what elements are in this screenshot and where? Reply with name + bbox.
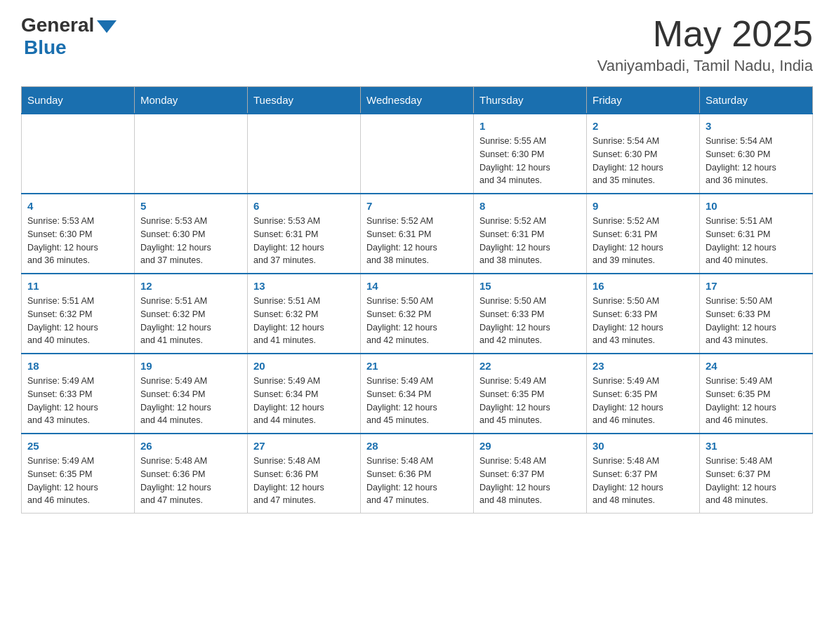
- calendar-cell: [135, 114, 248, 194]
- calendar-header-saturday: Saturday: [700, 87, 813, 114]
- day-number: 29: [479, 440, 581, 452]
- day-number: 6: [253, 200, 355, 212]
- title-section: May 2025 Vaniyambadi, Tamil Nadu, India: [597, 14, 813, 75]
- day-number: 16: [593, 280, 694, 292]
- calendar-cell: 2Sunrise: 5:54 AMSunset: 6:30 PMDaylight…: [587, 114, 700, 194]
- day-info: Sunrise: 5:51 AMSunset: 6:32 PMDaylight:…: [27, 295, 128, 347]
- day-info: Sunrise: 5:49 AMSunset: 6:34 PMDaylight:…: [253, 375, 355, 427]
- calendar-cell: 20Sunrise: 5:49 AMSunset: 6:34 PMDayligh…: [248, 354, 361, 434]
- day-info: Sunrise: 5:55 AMSunset: 6:30 PMDaylight:…: [479, 135, 581, 187]
- calendar-week-row-4: 18Sunrise: 5:49 AMSunset: 6:33 PMDayligh…: [22, 354, 813, 434]
- day-number: 30: [593, 440, 694, 452]
- day-info: Sunrise: 5:51 AMSunset: 6:31 PMDaylight:…: [706, 215, 807, 267]
- calendar-header-monday: Monday: [135, 87, 248, 114]
- day-number: 19: [140, 360, 241, 372]
- calendar-cell: 9Sunrise: 5:52 AMSunset: 6:31 PMDaylight…: [587, 194, 700, 274]
- calendar-cell: [22, 114, 135, 194]
- day-info: Sunrise: 5:48 AMSunset: 6:36 PMDaylight:…: [366, 455, 468, 507]
- calendar-cell: 5Sunrise: 5:53 AMSunset: 6:30 PMDaylight…: [135, 194, 248, 274]
- calendar-cell: 23Sunrise: 5:49 AMSunset: 6:35 PMDayligh…: [587, 354, 700, 434]
- day-number: 11: [27, 280, 128, 292]
- calendar-cell: 1Sunrise: 5:55 AMSunset: 6:30 PMDaylight…: [474, 114, 587, 194]
- day-info: Sunrise: 5:50 AMSunset: 6:33 PMDaylight:…: [593, 295, 694, 347]
- day-info: Sunrise: 5:54 AMSunset: 6:30 PMDaylight:…: [706, 135, 807, 187]
- calendar-cell: 4Sunrise: 5:53 AMSunset: 6:30 PMDaylight…: [22, 194, 135, 274]
- calendar-cell: 27Sunrise: 5:48 AMSunset: 6:36 PMDayligh…: [248, 434, 361, 514]
- day-number: 1: [479, 120, 581, 132]
- calendar-cell: 31Sunrise: 5:48 AMSunset: 6:37 PMDayligh…: [700, 434, 813, 514]
- day-number: 28: [366, 440, 468, 452]
- calendar-cell: 25Sunrise: 5:49 AMSunset: 6:35 PMDayligh…: [22, 434, 135, 514]
- day-number: 10: [706, 200, 807, 212]
- calendar-header-row: SundayMondayTuesdayWednesdayThursdayFrid…: [22, 87, 813, 114]
- day-info: Sunrise: 5:54 AMSunset: 6:30 PMDaylight:…: [593, 135, 694, 187]
- calendar-cell: 18Sunrise: 5:49 AMSunset: 6:33 PMDayligh…: [22, 354, 135, 434]
- calendar-cell: 14Sunrise: 5:50 AMSunset: 6:32 PMDayligh…: [361, 274, 474, 354]
- calendar-header-friday: Friday: [587, 87, 700, 114]
- day-number: 24: [706, 360, 807, 372]
- calendar-week-row-1: 1Sunrise: 5:55 AMSunset: 6:30 PMDaylight…: [22, 114, 813, 194]
- calendar-header-tuesday: Tuesday: [248, 87, 361, 114]
- calendar-cell: 17Sunrise: 5:50 AMSunset: 6:33 PMDayligh…: [700, 274, 813, 354]
- calendar-week-row-5: 25Sunrise: 5:49 AMSunset: 6:35 PMDayligh…: [22, 434, 813, 514]
- calendar-header-wednesday: Wednesday: [361, 87, 474, 114]
- calendar-week-row-2: 4Sunrise: 5:53 AMSunset: 6:30 PMDaylight…: [22, 194, 813, 274]
- day-info: Sunrise: 5:49 AMSunset: 6:34 PMDaylight:…: [366, 375, 468, 427]
- day-info: Sunrise: 5:53 AMSunset: 6:30 PMDaylight:…: [140, 215, 241, 267]
- day-number: 15: [479, 280, 581, 292]
- calendar-cell: 3Sunrise: 5:54 AMSunset: 6:30 PMDaylight…: [700, 114, 813, 194]
- day-info: Sunrise: 5:48 AMSunset: 6:37 PMDaylight:…: [706, 455, 807, 507]
- calendar-cell: 16Sunrise: 5:50 AMSunset: 6:33 PMDayligh…: [587, 274, 700, 354]
- day-number: 5: [140, 200, 241, 212]
- day-info: Sunrise: 5:49 AMSunset: 6:33 PMDaylight:…: [27, 375, 128, 427]
- calendar-cell: [361, 114, 474, 194]
- day-number: 20: [253, 360, 355, 372]
- day-number: 17: [706, 280, 807, 292]
- calendar-cell: 11Sunrise: 5:51 AMSunset: 6:32 PMDayligh…: [22, 274, 135, 354]
- calendar-cell: 13Sunrise: 5:51 AMSunset: 6:32 PMDayligh…: [248, 274, 361, 354]
- day-number: 27: [253, 440, 355, 452]
- day-number: 25: [27, 440, 128, 452]
- day-info: Sunrise: 5:49 AMSunset: 6:35 PMDaylight:…: [479, 375, 581, 427]
- day-info: Sunrise: 5:50 AMSunset: 6:33 PMDaylight:…: [706, 295, 807, 347]
- calendar-cell: 10Sunrise: 5:51 AMSunset: 6:31 PMDayligh…: [700, 194, 813, 274]
- calendar-cell: [248, 114, 361, 194]
- day-number: 2: [593, 120, 694, 132]
- calendar-cell: 6Sunrise: 5:53 AMSunset: 6:31 PMDaylight…: [248, 194, 361, 274]
- calendar-week-row-3: 11Sunrise: 5:51 AMSunset: 6:32 PMDayligh…: [22, 274, 813, 354]
- calendar-header-thursday: Thursday: [474, 87, 587, 114]
- calendar-cell: 19Sunrise: 5:49 AMSunset: 6:34 PMDayligh…: [135, 354, 248, 434]
- day-number: 4: [27, 200, 128, 212]
- day-info: Sunrise: 5:48 AMSunset: 6:37 PMDaylight:…: [593, 455, 694, 507]
- day-info: Sunrise: 5:48 AMSunset: 6:36 PMDaylight:…: [140, 455, 241, 507]
- logo-blue-text: Blue: [24, 36, 117, 59]
- day-info: Sunrise: 5:50 AMSunset: 6:32 PMDaylight:…: [366, 295, 468, 347]
- month-title: May 2025: [597, 14, 813, 54]
- calendar-cell: 12Sunrise: 5:51 AMSunset: 6:32 PMDayligh…: [135, 274, 248, 354]
- day-info: Sunrise: 5:53 AMSunset: 6:31 PMDaylight:…: [253, 215, 355, 267]
- calendar-cell: 29Sunrise: 5:48 AMSunset: 6:37 PMDayligh…: [474, 434, 587, 514]
- logo: General Blue: [21, 14, 117, 59]
- calendar-header-sunday: Sunday: [22, 87, 135, 114]
- calendar-table: SundayMondayTuesdayWednesdayThursdayFrid…: [21, 86, 813, 514]
- calendar-cell: 15Sunrise: 5:50 AMSunset: 6:33 PMDayligh…: [474, 274, 587, 354]
- calendar-cell: 7Sunrise: 5:52 AMSunset: 6:31 PMDaylight…: [361, 194, 474, 274]
- day-info: Sunrise: 5:50 AMSunset: 6:33 PMDaylight:…: [479, 295, 581, 347]
- calendar-cell: 22Sunrise: 5:49 AMSunset: 6:35 PMDayligh…: [474, 354, 587, 434]
- calendar-cell: 26Sunrise: 5:48 AMSunset: 6:36 PMDayligh…: [135, 434, 248, 514]
- day-info: Sunrise: 5:52 AMSunset: 6:31 PMDaylight:…: [479, 215, 581, 267]
- day-number: 7: [366, 200, 468, 212]
- day-number: 12: [140, 280, 241, 292]
- day-number: 13: [253, 280, 355, 292]
- day-number: 23: [593, 360, 694, 372]
- day-number: 3: [706, 120, 807, 132]
- day-info: Sunrise: 5:49 AMSunset: 6:35 PMDaylight:…: [27, 455, 128, 507]
- day-info: Sunrise: 5:49 AMSunset: 6:34 PMDaylight:…: [140, 375, 241, 427]
- calendar-cell: 24Sunrise: 5:49 AMSunset: 6:35 PMDayligh…: [700, 354, 813, 434]
- day-info: Sunrise: 5:52 AMSunset: 6:31 PMDaylight:…: [593, 215, 694, 267]
- day-number: 21: [366, 360, 468, 372]
- day-number: 8: [479, 200, 581, 212]
- day-info: Sunrise: 5:48 AMSunset: 6:36 PMDaylight:…: [253, 455, 355, 507]
- day-info: Sunrise: 5:51 AMSunset: 6:32 PMDaylight:…: [140, 295, 241, 347]
- page-header: General Blue May 2025 Vaniyambadi, Tamil…: [21, 14, 813, 75]
